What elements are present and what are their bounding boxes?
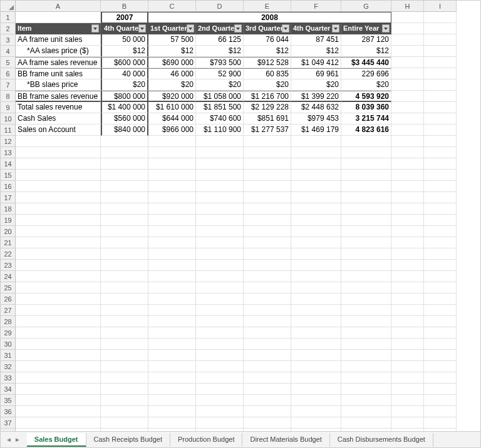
cell[interactable] <box>16 339 101 350</box>
cell[interactable] <box>424 293 457 305</box>
cell[interactable] <box>16 170 101 181</box>
cell[interactable] <box>244 248 291 260</box>
tab-nav-buttons[interactable]: ◄ ► <box>6 436 21 443</box>
cell[interactable] <box>101 192 148 203</box>
row-label[interactable]: BB frame sales revenue <box>16 91 101 102</box>
data-cell[interactable]: $12 <box>101 46 148 57</box>
row-header[interactable]: 29 <box>1 327 16 339</box>
cell[interactable] <box>101 158 148 170</box>
cell[interactable] <box>148 226 196 237</box>
data-cell[interactable]: $2 448 632 <box>291 102 341 113</box>
cell[interactable] <box>244 147 291 158</box>
row-header[interactable]: 2 <box>1 23 16 34</box>
cell[interactable] <box>424 181 457 192</box>
filter-q4[interactable]: 4th Quarter <box>291 23 341 34</box>
cell[interactable] <box>244 384 291 395</box>
cell[interactable] <box>341 170 391 181</box>
cell[interactable] <box>341 316 391 327</box>
data-cell[interactable]: 3 215 744 <box>341 113 391 125</box>
sheet-tab[interactable]: Sales Budget <box>27 433 86 447</box>
cell[interactable] <box>16 361 101 372</box>
cell[interactable] <box>16 417 101 429</box>
cell[interactable] <box>424 136 457 147</box>
cell[interactable] <box>391 282 424 293</box>
cell[interactable] <box>391 406 424 417</box>
cell[interactable] <box>16 350 101 361</box>
cell[interactable] <box>16 237 101 248</box>
cell[interactable] <box>101 316 148 327</box>
row-header[interactable]: 15 <box>1 170 16 181</box>
cell[interactable] <box>341 237 391 248</box>
data-cell[interactable]: $1 049 412 <box>291 57 341 68</box>
data-cell[interactable]: $560 000 <box>101 113 148 125</box>
row-header[interactable]: 7 <box>1 79 16 91</box>
row-header[interactable]: 6 <box>1 68 16 79</box>
cell[interactable] <box>16 305 101 316</box>
cell[interactable] <box>101 305 148 316</box>
cell[interactable] <box>291 327 341 339</box>
cell[interactable] <box>101 384 148 395</box>
cell[interactable] <box>244 181 291 192</box>
row-header[interactable]: 5 <box>1 57 16 68</box>
cell[interactable] <box>391 248 424 260</box>
row-header[interactable]: 3 <box>1 34 16 46</box>
cell[interactable] <box>341 395 391 406</box>
data-cell[interactable]: $20 <box>244 79 291 91</box>
cell[interactable] <box>424 57 457 68</box>
cell[interactable] <box>244 260 291 271</box>
data-cell[interactable]: $12 <box>148 46 196 57</box>
cell[interactable] <box>148 305 196 316</box>
cell[interactable] <box>16 327 101 339</box>
cell[interactable] <box>391 46 424 57</box>
row-header[interactable]: 13 <box>1 147 16 158</box>
cell[interactable] <box>244 192 291 203</box>
data-cell[interactable]: $1 216 700 <box>244 91 291 102</box>
sheet-tab[interactable]: Cash Receipts Budget <box>86 433 170 447</box>
data-cell[interactable]: $20 <box>101 79 148 91</box>
cell[interactable] <box>424 34 457 46</box>
cell[interactable] <box>196 395 244 406</box>
filter-dropdown-icon[interactable] <box>332 24 339 33</box>
filter-item[interactable]: Item <box>16 23 101 34</box>
row-header[interactable]: 21 <box>1 237 16 248</box>
col-header-H[interactable]: H <box>391 1 424 12</box>
filter-q1[interactable]: 1st Quarter <box>148 23 196 34</box>
data-cell[interactable]: $12 <box>244 46 291 57</box>
cell[interactable] <box>148 327 196 339</box>
cell[interactable] <box>291 237 341 248</box>
cell[interactable] <box>244 237 291 248</box>
cell[interactable] <box>148 271 196 282</box>
cell[interactable] <box>341 271 391 282</box>
data-cell[interactable]: $644 000 <box>148 113 196 125</box>
data-cell[interactable]: $20 <box>341 79 391 91</box>
cell[interactable] <box>424 79 457 91</box>
cell[interactable] <box>148 136 196 147</box>
data-cell[interactable]: $12 <box>196 46 244 57</box>
row-label[interactable]: AA frame unit sales <box>16 34 101 46</box>
row-header[interactable]: 26 <box>1 293 16 305</box>
cell[interactable] <box>341 158 391 170</box>
cell[interactable] <box>391 237 424 248</box>
cell[interactable] <box>341 417 391 429</box>
row-label[interactable]: Cash Sales <box>16 113 101 125</box>
cell[interactable] <box>424 406 457 417</box>
data-cell[interactable]: 50 000 <box>101 34 148 46</box>
cell[interactable] <box>291 226 341 237</box>
filter-q2[interactable]: 2nd Quarter <box>196 23 244 34</box>
cell[interactable] <box>16 282 101 293</box>
row-header[interactable]: 24 <box>1 271 16 282</box>
filter-dropdown-icon[interactable] <box>382 24 390 33</box>
cell[interactable] <box>391 23 424 34</box>
data-cell[interactable]: 40 000 <box>101 68 148 79</box>
data-cell[interactable]: 57 500 <box>148 34 196 46</box>
data-cell[interactable]: $600 000 <box>101 57 148 68</box>
cell[interactable] <box>341 203 391 215</box>
cell[interactable] <box>424 215 457 226</box>
cell[interactable] <box>148 361 196 372</box>
data-cell[interactable]: $851 691 <box>244 113 291 125</box>
cell[interactable] <box>101 237 148 248</box>
cell[interactable] <box>101 215 148 226</box>
col-header-B[interactable]: B <box>101 1 148 12</box>
row-header[interactable]: 14 <box>1 158 16 170</box>
cell[interactable] <box>196 406 244 417</box>
